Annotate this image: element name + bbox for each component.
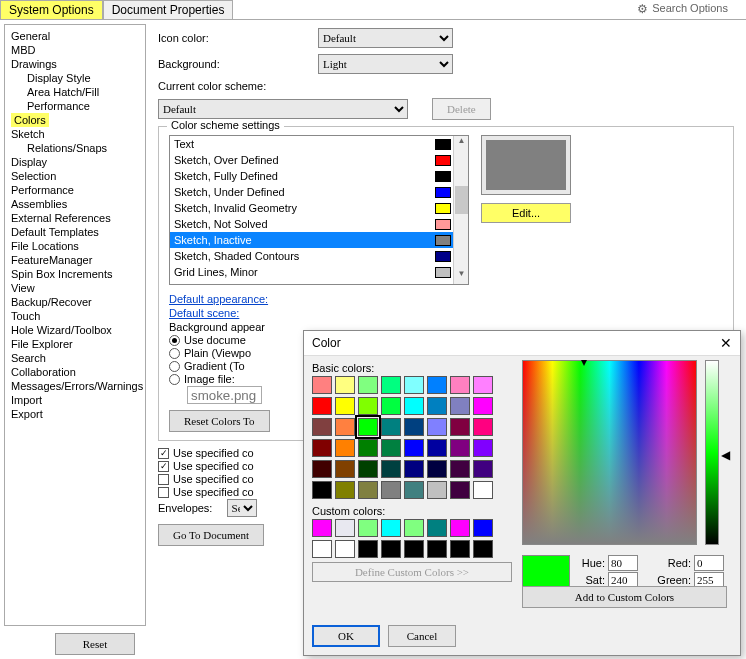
list-item[interactable]: Text [170,136,455,152]
sidebar-item[interactable]: Drawings [5,57,145,71]
color-swatch[interactable] [473,418,493,436]
reset-colors-button[interactable]: Reset Colors To [169,410,270,432]
list-item[interactable]: Sketch, Not Solved [170,216,455,232]
radio-plain[interactable] [169,348,180,359]
color-swatch[interactable] [450,418,470,436]
sidebar-item[interactable]: Default Templates [5,225,145,239]
tab-document-properties[interactable]: Document Properties [103,0,234,19]
check-2[interactable]: ✓ [158,461,169,472]
custom-swatch[interactable] [404,519,424,537]
close-icon[interactable]: ✕ [720,335,732,351]
custom-swatch[interactable] [473,519,493,537]
envelopes-select[interactable]: Se [227,499,257,517]
color-swatch[interactable] [312,460,332,478]
color-swatch[interactable] [473,481,493,499]
add-custom-button[interactable]: Add to Custom Colors [522,586,727,608]
sidebar-item[interactable]: Touch [5,309,145,323]
custom-swatch[interactable] [450,519,470,537]
custom-swatch[interactable] [312,540,332,558]
custom-swatch[interactable] [335,519,355,537]
color-swatch[interactable] [381,397,401,415]
color-swatch[interactable] [450,481,470,499]
sidebar-item[interactable]: Import [5,393,145,407]
sidebar-item[interactable]: Spin Box Increments [5,267,145,281]
icon-color-select[interactable]: Default [318,28,453,48]
color-swatch[interactable] [473,376,493,394]
color-swatch[interactable] [335,439,355,457]
color-swatch[interactable] [335,481,355,499]
red-input[interactable] [694,555,724,571]
color-swatch[interactable] [381,439,401,457]
scroll-thumb[interactable] [455,186,468,214]
custom-swatch[interactable] [381,540,401,558]
reset-button[interactable]: Reset [55,633,135,655]
list-item[interactable]: Sketch, Inactive [170,232,455,248]
ok-button[interactable]: OK [312,625,380,647]
luminance-bar[interactable] [705,360,719,545]
color-swatch[interactable] [381,481,401,499]
color-spectrum[interactable]: ▾ [522,360,697,545]
color-swatch[interactable] [404,397,424,415]
color-swatch[interactable] [358,376,378,394]
default-scene-link[interactable]: Default scene: [169,307,725,319]
custom-swatch[interactable] [473,540,493,558]
sidebar-item[interactable]: MBD [5,43,145,57]
color-swatch[interactable] [404,439,424,457]
color-swatch[interactable] [427,397,447,415]
color-swatch[interactable] [381,460,401,478]
custom-swatch[interactable] [358,540,378,558]
custom-swatch[interactable] [427,519,447,537]
cancel-button[interactable]: Cancel [388,625,456,647]
color-swatch[interactable] [450,439,470,457]
edit-button[interactable]: Edit... [481,203,571,223]
color-list[interactable]: TextSketch, Over DefinedSketch, Fully De… [169,135,469,285]
color-swatch[interactable] [335,460,355,478]
sidebar-item[interactable]: FeatureManager [5,253,145,267]
sidebar-item[interactable]: Colors [11,113,49,127]
color-swatch[interactable] [358,439,378,457]
radio-use-document[interactable] [169,335,180,346]
list-item[interactable]: Sketch, Over Defined [170,152,455,168]
sidebar-item[interactable]: File Explorer [5,337,145,351]
sidebar-item[interactable]: Export [5,407,145,421]
custom-swatch[interactable] [404,540,424,558]
sidebar-item[interactable]: Hole Wizard/Toolbox [5,323,145,337]
list-item[interactable]: Sketch, Invalid Geometry [170,200,455,216]
hue-input[interactable] [608,555,638,571]
sidebar-item[interactable]: General [5,29,145,43]
sidebar-item[interactable]: File Locations [5,239,145,253]
color-swatch[interactable] [473,439,493,457]
scroll-down-icon[interactable]: ▼ [454,269,469,284]
search-options[interactable]: ⚙ Search Options [637,2,728,16]
sidebar-item[interactable]: Area Hatch/Fill [5,85,145,99]
scrollbar[interactable]: ▲ ▼ [453,136,468,284]
radio-gradient[interactable] [169,361,180,372]
color-swatch[interactable] [335,397,355,415]
sidebar-item[interactable]: Collaboration [5,365,145,379]
color-swatch[interactable] [427,418,447,436]
color-swatch[interactable] [312,397,332,415]
color-swatch[interactable] [450,460,470,478]
color-swatch[interactable] [312,418,332,436]
sidebar-item[interactable]: Performance [5,183,145,197]
color-swatch[interactable] [358,460,378,478]
color-swatch[interactable] [312,376,332,394]
sidebar-item[interactable]: View [5,281,145,295]
check-1[interactable]: ✓ [158,448,169,459]
custom-swatch[interactable] [358,519,378,537]
luminance-pointer-icon[interactable]: ◀ [721,448,730,462]
color-swatch[interactable] [335,418,355,436]
check-3[interactable] [158,474,169,485]
scheme-select[interactable]: Default [158,99,408,119]
custom-swatch[interactable] [335,540,355,558]
sidebar-item[interactable]: Display [5,155,145,169]
sidebar-item[interactable]: Selection [5,169,145,183]
color-swatch[interactable] [427,460,447,478]
list-item[interactable]: Grid Lines, Minor [170,264,455,280]
go-to-document-button[interactable]: Go To Document [158,524,264,546]
scroll-up-icon[interactable]: ▲ [454,136,469,151]
tab-system-options[interactable]: System Options [0,0,103,19]
custom-swatch[interactable] [450,540,470,558]
color-swatch[interactable] [450,397,470,415]
color-swatch[interactable] [404,418,424,436]
